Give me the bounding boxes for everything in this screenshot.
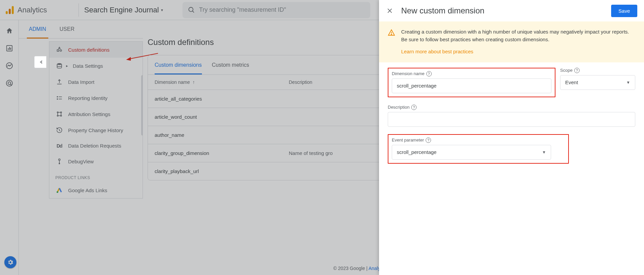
- menu-label: DebugView: [68, 159, 94, 164]
- menu-data-deletion-requests[interactable]: Dd Data Deletion Requests: [49, 138, 143, 153]
- svg-rect-1: [9, 9, 11, 14]
- help-icon[interactable]: ?: [574, 68, 580, 73]
- warning-text: Creating a custom dimension with a high …: [401, 28, 634, 56]
- dimension-name-label: Dimension name ?: [392, 71, 551, 76]
- deletion-icon: Dd: [55, 143, 63, 149]
- svg-rect-2: [12, 6, 14, 14]
- svg-rect-8: [10, 48, 11, 50]
- menu-reporting-identity[interactable]: Reporting Identity: [49, 90, 143, 106]
- tab-admin[interactable]: ADMIN: [29, 20, 46, 38]
- svg-point-24: [57, 115, 58, 116]
- dimension-name-group: Dimension name ?: [392, 71, 551, 93]
- caret-down-icon: ▾: [161, 8, 163, 12]
- svg-rect-15: [57, 50, 59, 51]
- svg-point-23: [60, 112, 61, 113]
- reports-icon[interactable]: [5, 44, 13, 52]
- event-parameter-label: Event parameter ?: [392, 138, 565, 143]
- svg-point-28: [59, 163, 60, 164]
- menu-google-ads-links[interactable]: Google Ads Links: [49, 182, 143, 198]
- svg-line-12: [10, 84, 12, 86]
- custom-definitions-icon: [55, 46, 63, 53]
- tab-user[interactable]: USER: [60, 20, 74, 38]
- scope-select[interactable]: Event ▼: [560, 75, 635, 90]
- warning-banner: Creating a custom dimension with a high …: [379, 21, 644, 62]
- menu-label: Data Settings: [73, 63, 103, 69]
- expand-icon: ▸: [66, 64, 68, 68]
- help-icon[interactable]: ?: [426, 71, 432, 76]
- database-icon: [55, 62, 63, 69]
- label-text: Scope: [560, 68, 573, 73]
- svg-point-25: [60, 115, 61, 116]
- close-button[interactable]: [386, 7, 394, 15]
- menu-label: Data Import: [68, 79, 94, 85]
- save-button[interactable]: Save: [611, 5, 637, 17]
- property-name: Search Engine Journal: [84, 6, 159, 14]
- description-label: Description ?: [388, 105, 635, 110]
- search-input[interactable]: [199, 7, 365, 13]
- menu-label: Data Deletion Requests: [68, 143, 121, 149]
- admin-gear-button[interactable]: [4, 256, 16, 268]
- google-ads-icon: [55, 187, 63, 194]
- menu-label: Reporting Identity: [68, 95, 108, 101]
- col-label: Dimension name: [155, 79, 190, 85]
- description-input[interactable]: [388, 112, 635, 127]
- svg-point-26: [59, 159, 60, 161]
- product-name: Analytics: [17, 6, 47, 14]
- menu-label: Property Change History: [68, 127, 123, 133]
- analytics-logo-icon: [5, 6, 14, 14]
- identity-icon: [55, 95, 63, 101]
- menu-data-import[interactable]: Data Import: [49, 74, 143, 90]
- tab-custom-metrics[interactable]: Custom metrics: [212, 55, 249, 74]
- help-icon[interactable]: ?: [411, 105, 417, 110]
- property-selector[interactable]: Search Engine Journal ▾: [78, 3, 168, 17]
- product-links-heading: PRODUCT LINKS: [49, 169, 143, 182]
- menu-debugview[interactable]: DebugView: [49, 153, 143, 169]
- explore-icon[interactable]: [5, 62, 13, 70]
- help-icon[interactable]: ?: [426, 138, 431, 143]
- col-dimension-name[interactable]: Dimension name ↑: [155, 79, 289, 85]
- svg-rect-19: [57, 99, 58, 100]
- scope-value: Event: [565, 79, 578, 85]
- warning-message: Creating a custom dimension with a high …: [401, 29, 629, 42]
- event-parameter-highlight: Event parameter ? scroll_percentage ▼: [388, 134, 569, 164]
- svg-rect-6: [8, 48, 8, 50]
- debug-icon: [55, 158, 63, 165]
- admin-sidebar: ADMIN USER Custom definitions ▸ Data Set…: [19, 20, 143, 275]
- history-icon: [55, 127, 63, 133]
- dimension-name-input[interactable]: [392, 78, 551, 93]
- svg-rect-20: [59, 97, 62, 97]
- advertising-icon[interactable]: [5, 79, 13, 87]
- collapse-button[interactable]: [34, 56, 46, 68]
- admin-menu: Custom definitions ▸ Data Settings Data …: [49, 41, 143, 199]
- panel-header: New custom dimension Save: [379, 0, 644, 21]
- cell-name: author_name: [155, 132, 289, 138]
- dimension-name-highlight: Dimension name ?: [388, 68, 555, 97]
- menu-label: Custom definitions: [68, 47, 109, 53]
- svg-line-4: [192, 11, 194, 12]
- cell-name: clarity_group_dimension: [155, 150, 289, 156]
- cell-name: article_word_count: [155, 114, 289, 120]
- menu-property-change-history[interactable]: Property Change History: [49, 122, 143, 138]
- svg-point-3: [189, 7, 193, 11]
- menu-data-settings[interactable]: ▸ Data Settings: [49, 58, 143, 74]
- menu-custom-definitions[interactable]: Custom definitions: [49, 42, 143, 58]
- appbar-logo: Analytics: [4, 6, 74, 14]
- home-icon[interactable]: [5, 27, 13, 35]
- warning-icon: [388, 29, 395, 56]
- caret-down-icon: ▼: [626, 80, 630, 85]
- svg-point-29: [57, 191, 58, 193]
- svg-rect-18: [57, 96, 58, 97]
- search-bar[interactable]: [182, 2, 370, 18]
- svg-point-11: [8, 82, 11, 85]
- svg-point-22: [57, 112, 58, 113]
- menu-attribution-settings[interactable]: Attribution Settings: [49, 106, 143, 122]
- tab-custom-dimensions[interactable]: Custom dimensions: [155, 55, 202, 74]
- event-parameter-select[interactable]: scroll_percentage ▼: [392, 145, 551, 160]
- panel-title: New custom dimension: [401, 6, 604, 15]
- svg-point-35: [391, 34, 392, 35]
- scope-group: Scope ? Event ▼: [560, 68, 635, 97]
- new-dimension-panel: New custom dimension Save Creating a cus…: [379, 0, 644, 275]
- learn-more-link[interactable]: Learn more about best practices: [401, 48, 473, 56]
- svg-rect-7: [9, 47, 10, 50]
- menu-label: Google Ads Links: [68, 187, 107, 193]
